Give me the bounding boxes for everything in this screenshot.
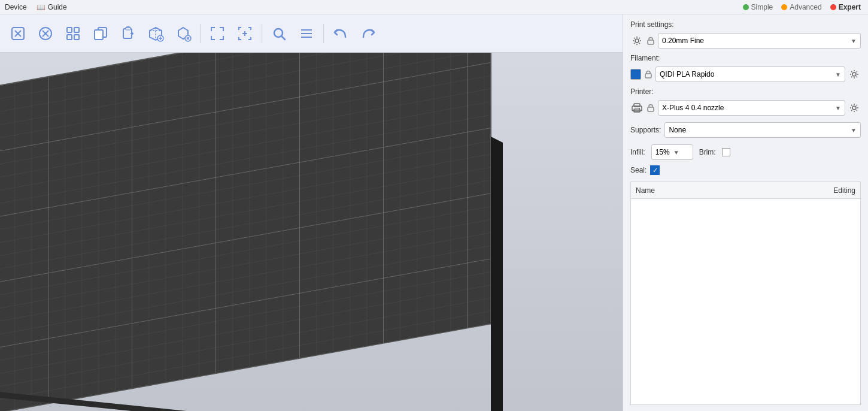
layer-view-button[interactable] (293, 20, 320, 47)
expert-mode-label: Expert (839, 3, 861, 11)
print-settings-arrow: ▼ (851, 38, 857, 44)
svg-rect-9 (74, 35, 79, 40)
scale-to-fit-button[interactable] (204, 20, 230, 47)
advanced-mode-label: Advanced (790, 3, 821, 11)
printer-settings-gear[interactable] (848, 101, 861, 114)
paste-button[interactable] (115, 20, 141, 47)
svg-point-45 (852, 106, 856, 110)
simple-mode-dot (743, 4, 749, 10)
infill-brim-row: Infill: 15% ▼ Brim: (630, 144, 861, 160)
svg-rect-8 (67, 35, 72, 40)
print-settings-value: 0.20mm Fine (662, 37, 704, 45)
svg-line-25 (281, 36, 285, 40)
filament-select-row: QIDI PLA Rapido ▼ (630, 67, 861, 82)
infill-label: Infill: (630, 148, 645, 156)
device-menu[interactable]: Device (5, 3, 27, 11)
simple-mode[interactable]: Simple (743, 3, 773, 11)
printer-select-row: X-Plus 4 0.4 nozzle ▼ (630, 100, 861, 116)
table-header: Name Editing (631, 182, 860, 199)
supports-label: Supports: (630, 126, 661, 134)
printer-value: X-Plus 4 0.4 nozzle (662, 104, 724, 112)
delete-all-button[interactable] (32, 20, 59, 47)
add-object-button[interactable] (142, 20, 169, 47)
auto-arrange-button[interactable] (232, 20, 258, 47)
print-settings-label: Print settings: (630, 20, 674, 29)
svg-rect-11 (95, 30, 103, 40)
svg-point-36 (635, 39, 639, 43)
svg-rect-38 (645, 74, 651, 78)
advanced-mode-dot (781, 4, 787, 10)
separator-3 (323, 24, 324, 43)
table-editing-column: Editing (776, 186, 860, 195)
svg-point-39 (852, 72, 856, 76)
printer-label-row: Printer: (630, 87, 861, 96)
simple-mode-label: Simple (751, 3, 773, 11)
redo-button[interactable] (355, 20, 381, 47)
supports-value: None (669, 126, 686, 134)
infill-dropdown[interactable]: 15% ▼ (651, 144, 693, 160)
supports-arrow: ▼ (851, 127, 857, 134)
svg-rect-6 (67, 28, 72, 32)
printer-lock-icon (646, 103, 655, 113)
guide-icon: 📖 (37, 3, 45, 11)
filament-label-row: Filament: (630, 54, 861, 62)
print-settings-dropdown[interactable]: 0.20mm Fine ▼ (658, 33, 861, 49)
separator-2 (262, 24, 262, 43)
printer-icon (630, 101, 644, 114)
search-button[interactable] (266, 20, 292, 47)
svg-rect-41 (634, 104, 640, 107)
brim-checkbox[interactable] (722, 148, 730, 156)
expert-mode-dot (830, 4, 836, 10)
svg-rect-13 (126, 28, 130, 30)
device-label: Device (5, 3, 27, 11)
guide-label: Guide (48, 3, 67, 11)
arrange-button[interactable] (60, 20, 86, 47)
table-name-column: Name (631, 186, 776, 195)
split-button[interactable] (170, 20, 196, 47)
guide-menu[interactable]: 📖 Guide (37, 3, 67, 11)
filament-value: QIDI PLA Rapido (660, 70, 714, 78)
advanced-mode[interactable]: Advanced (781, 3, 821, 11)
printer-label: Printer: (630, 87, 654, 96)
delete-button[interactable] (5, 20, 31, 47)
filament-lock-icon (644, 69, 653, 79)
filament-arrow: ▼ (835, 71, 841, 78)
svg-point-43 (639, 108, 640, 109)
table-body (631, 199, 860, 404)
svg-rect-7 (74, 28, 79, 32)
filament-label: Filament: (630, 54, 660, 62)
printer-arrow: ▼ (835, 105, 841, 111)
print-settings-select-row: 0.20mm Fine ▼ (630, 33, 861, 49)
object-table: Name Editing (630, 182, 861, 405)
supports-dropdown[interactable]: None ▼ (664, 122, 861, 138)
separator-1 (200, 24, 201, 43)
supports-row: Supports: None ▼ (630, 122, 861, 138)
copy-button[interactable] (87, 20, 114, 47)
printer-dropdown[interactable]: X-Plus 4 0.4 nozzle ▼ (658, 100, 845, 116)
print-settings-lock-icon (646, 36, 655, 46)
seal-row: Seal: ✓ (630, 165, 861, 175)
seal-checkmark: ✓ (652, 167, 658, 174)
infill-value: 15% (655, 148, 670, 156)
filament-color-swatch[interactable] (630, 69, 641, 80)
svg-rect-44 (648, 107, 654, 111)
svg-rect-37 (648, 40, 654, 44)
undo-button[interactable] (327, 20, 354, 47)
filament-settings-gear[interactable] (848, 68, 861, 81)
expert-mode[interactable]: Expert (830, 3, 861, 11)
seal-label: Seal: (630, 166, 647, 174)
print-settings-row: Print settings: (630, 20, 861, 29)
filament-dropdown[interactable]: QIDI PLA Rapido ▼ (655, 67, 845, 82)
svg-marker-34 (491, 137, 503, 411)
print-settings-gear[interactable] (630, 34, 644, 47)
seal-checkbox[interactable]: ✓ (650, 165, 660, 175)
infill-arrow: ▼ (673, 149, 679, 156)
brim-label: Brim: (699, 148, 716, 156)
